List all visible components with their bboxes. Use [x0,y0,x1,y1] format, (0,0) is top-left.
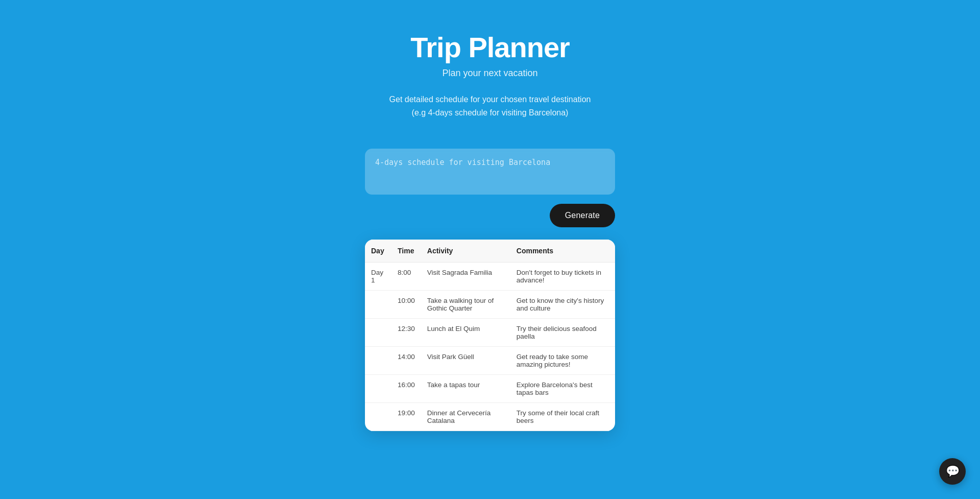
table-row: 10:00Take a walking tour of Gothic Quart… [365,291,615,319]
table-header-row: Day Time Activity Comments [365,240,615,263]
table-row: 16:00Take a tapas tourExplore Barcelona'… [365,375,615,403]
table-row: 14:00Visit Park GüellGet ready to take s… [365,347,615,375]
cell-comments: Get ready to take some amazing pictures! [510,347,615,375]
cell-time: 8:00 [391,263,421,291]
cell-time: 14:00 [391,347,421,375]
table-row: 19:00Dinner at Cervecería CatalanaTry so… [365,403,615,431]
cell-time: 10:00 [391,291,421,319]
chat-bubble-button[interactable]: 💬 [939,458,966,485]
cell-activity: Take a tapas tour [421,375,510,403]
cell-comments: Don't forget to buy tickets in advance! [510,263,615,291]
trip-input[interactable] [365,149,615,195]
cell-day [365,403,391,431]
cell-activity: Dinner at Cervecería Catalana [421,403,510,431]
cell-time: 12:30 [391,319,421,347]
chat-icon: 💬 [946,465,960,478]
table-body: Day 18:00Visit Sagrada FamiliaDon't forg… [365,263,615,431]
input-section: Generate [365,149,615,227]
col-header-comments: Comments [510,240,615,263]
cell-comments: Try some of their local craft beers [510,403,615,431]
cell-day: Day 1 [365,263,391,291]
page-description: Get detailed schedule for your chosen tr… [389,93,591,119]
cell-day [365,375,391,403]
col-header-day: Day [365,240,391,263]
cell-day [365,347,391,375]
col-header-activity: Activity [421,240,510,263]
table-row: Day 18:00Visit Sagrada FamiliaDon't forg… [365,263,615,291]
cell-activity: Visit Sagrada Familia [421,263,510,291]
cell-time: 16:00 [391,375,421,403]
table-row: 12:30Lunch at El QuimTry their delicious… [365,319,615,347]
cell-activity: Lunch at El Quim [421,319,510,347]
schedule-table: Day Time Activity Comments Day 18:00Visi… [365,240,615,431]
cell-activity: Take a walking tour of Gothic Quarter [421,291,510,319]
generate-btn-row: Generate [365,204,615,227]
schedule-table-container: Day Time Activity Comments Day 18:00Visi… [365,240,615,431]
cell-comments: Get to know the city's history and cultu… [510,291,615,319]
cell-activity: Visit Park Güell [421,347,510,375]
cell-time: 19:00 [391,403,421,431]
col-header-time: Time [391,240,421,263]
cell-day [365,291,391,319]
page-subtitle: Plan your next vacation [389,68,591,79]
cell-comments: Try their delicious seafood paella [510,319,615,347]
header-section: Trip Planner Plan your next vacation Get… [389,31,591,119]
cell-comments: Explore Barcelona's best tapas bars [510,375,615,403]
generate-button[interactable]: Generate [550,204,615,227]
cell-day [365,319,391,347]
page-title: Trip Planner [389,31,591,64]
